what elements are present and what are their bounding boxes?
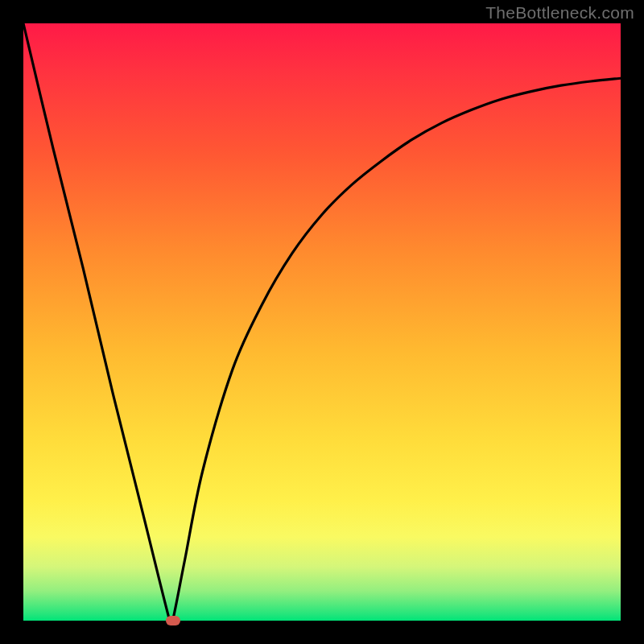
chart-frame: TheBottleneck.com [0,0,644,644]
optimal-point-marker [166,616,180,625]
watermark-text: TheBottleneck.com [485,3,634,23]
plot-area [23,23,621,621]
bottleneck-curve [23,23,621,621]
